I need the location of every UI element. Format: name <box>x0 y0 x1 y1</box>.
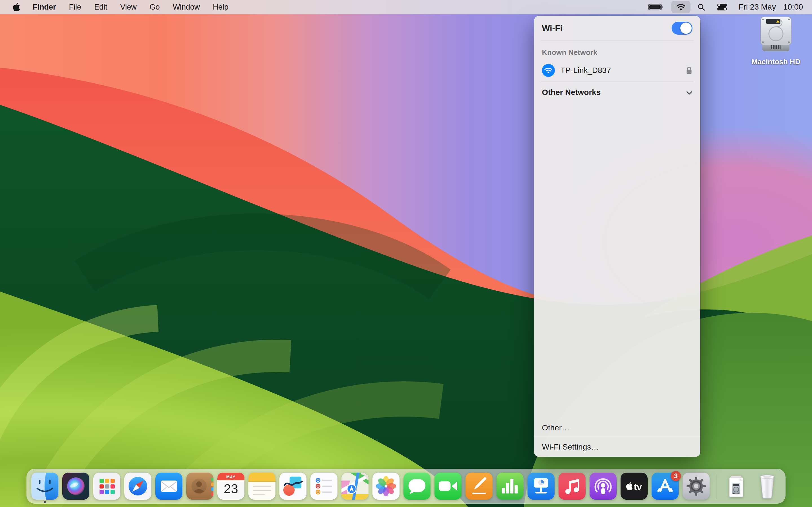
menu-file[interactable]: File <box>63 0 88 14</box>
other-networks-row[interactable]: Other Networks <box>534 81 700 103</box>
network-name: TP-Link_D837 <box>560 66 611 75</box>
menu-view[interactable]: View <box>114 0 143 14</box>
dock-item-settings[interactable] <box>682 473 710 500</box>
control-center-icon[interactable] <box>712 1 732 13</box>
wifi-toggle[interactable] <box>672 22 693 35</box>
wifi-settings-menu-item[interactable]: Wi-Fi Settings… <box>534 437 700 457</box>
spotlight-icon[interactable] <box>693 1 710 13</box>
menu-bar-left: FinderFileEditViewGoWindowHelp <box>7 0 235 14</box>
dock-item-notes[interactable] <box>248 473 275 500</box>
menu-bar-time: 10:00 <box>783 3 803 11</box>
dock-item-contacts[interactable] <box>186 473 213 500</box>
dock-item-safari[interactable] <box>124 473 151 500</box>
notification-badge: 3 <box>671 471 681 481</box>
other-networks-label: Other Networks <box>542 88 601 97</box>
chevron-down-icon <box>686 88 693 97</box>
menu-bar-status: Fri 23 May 10:00 <box>643 0 803 14</box>
dock-item-music[interactable] <box>559 473 586 500</box>
dock-item-tv[interactable]: tv <box>620 473 648 500</box>
dock-item-docstack[interactable] <box>723 473 750 500</box>
battery-icon[interactable] <box>643 1 669 13</box>
wifi-panel-title: Wi-Fi <box>542 23 562 33</box>
lock-icon <box>686 66 693 75</box>
menu-window[interactable]: Window <box>166 0 206 14</box>
apple-menu[interactable] <box>7 0 26 14</box>
dock-item-trash[interactable] <box>754 473 781 500</box>
dock-item-facetime[interactable] <box>435 473 462 500</box>
wifi-icon[interactable] <box>671 1 691 13</box>
dock: MAY23tv3 <box>27 469 785 504</box>
menu-finder[interactable]: Finder <box>26 0 63 14</box>
svg-text:23: 23 <box>223 482 238 496</box>
dock-item-launchpad[interactable] <box>93 473 120 500</box>
dock-item-podcasts[interactable] <box>590 473 617 500</box>
menu-bar: FinderFileEditViewGoWindowHelp Fri 23 Ma… <box>0 0 812 14</box>
menu-edit[interactable]: Edit <box>88 0 114 14</box>
menu-go[interactable]: Go <box>143 0 166 14</box>
dock-item-photos[interactable] <box>372 473 400 500</box>
dock-item-pages[interactable] <box>465 473 493 500</box>
known-network-label: Known Network <box>534 41 700 60</box>
dock-item-mail[interactable] <box>155 473 183 500</box>
running-indicator <box>44 501 46 503</box>
app-menus: FinderFileEditViewGoWindowHelp <box>26 0 235 14</box>
dock-item-messages[interactable] <box>403 473 430 500</box>
wifi-menu-panel: Wi-Fi Known Network TP-Link_D837 Other N… <box>534 16 700 457</box>
known-network-row[interactable]: TP-Link_D837 <box>534 60 700 81</box>
other-menu-item[interactable]: Other… <box>534 419 700 437</box>
dock-item-reminders[interactable] <box>310 473 338 500</box>
menu-bar-clock[interactable]: Fri 23 May 10:00 <box>734 3 803 11</box>
dock-divider <box>716 473 716 499</box>
network-wifi-icon <box>542 64 555 77</box>
svg-text:tv: tv <box>634 482 642 492</box>
desktop-icon-macintosh-hd[interactable]: Macintosh HD <box>756 16 796 66</box>
menu-help[interactable]: Help <box>206 0 235 14</box>
wifi-title-row: Wi-Fi <box>534 16 700 41</box>
dock-item-numbers[interactable] <box>497 473 523 500</box>
panel-spacer <box>534 103 700 419</box>
svg-text:MAY: MAY <box>226 474 236 479</box>
dock-item-appstore[interactable]: 3 <box>652 473 679 500</box>
dock-item-maps[interactable] <box>342 473 368 500</box>
dock-item-freeform[interactable] <box>280 473 306 500</box>
hard-drive-icon <box>759 16 793 56</box>
desktop-icon-label: Macintosh HD <box>751 57 800 66</box>
menu-bar-date: Fri 23 May <box>739 3 776 11</box>
dock-item-keynote[interactable] <box>527 473 555 500</box>
dock-item-calendar[interactable]: MAY23 <box>217 473 245 500</box>
dock-item-siri[interactable] <box>62 473 89 500</box>
dock-item-finder[interactable] <box>31 473 58 500</box>
